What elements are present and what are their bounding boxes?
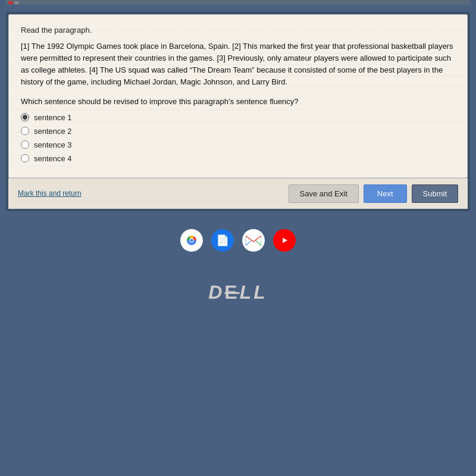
svg-point-4 (190, 239, 193, 242)
quiz-card: Read the paragraph. [1] The 1992 Olympic… (8, 14, 468, 178)
files-icon[interactable]: 📄 (211, 229, 234, 252)
dell-logo: DELL (208, 281, 268, 303)
option-label-4[interactable]: sentence 4 (34, 154, 72, 163)
radio-option-4[interactable] (21, 154, 29, 162)
action-buttons: Save and Exit Next Submit (289, 184, 458, 203)
option-label-2[interactable]: sentence 2 (34, 127, 72, 136)
paragraph-text: [1] The 1992 Olympic Games took place in… (21, 40, 455, 89)
top-bar-dot-gray (14, 1, 19, 4)
radio-option-2[interactable] (21, 127, 29, 135)
option-item-2[interactable]: sentence 2 (21, 127, 455, 136)
gmail-icon[interactable] (242, 229, 265, 252)
radio-option-3[interactable] (21, 140, 29, 149)
taskbar: 📄 (180, 229, 296, 252)
options-list: sentence 1 sentence 2 sentence 3 sentenc… (21, 113, 455, 163)
radio-option-1[interactable] (21, 113, 29, 121)
save-exit-button[interactable]: Save and Exit (289, 184, 359, 203)
dell-x: E (224, 281, 239, 303)
top-bar-dot-red (8, 1, 13, 4)
next-button[interactable]: Next (364, 184, 407, 203)
submit-button[interactable]: Submit (412, 184, 458, 203)
question-text: Which sentence should be revised to impr… (21, 97, 455, 106)
screen-area: Read the paragraph. [1] The 1992 Olympic… (6, 12, 470, 211)
option-label-1[interactable]: sentence 1 (34, 113, 72, 122)
option-item-3[interactable]: sentence 3 (21, 140, 455, 149)
option-label-3[interactable]: sentence 3 (34, 140, 72, 149)
top-bar (6, 0, 470, 5)
option-item-4[interactable]: sentence 4 (21, 154, 455, 163)
dell-logo-area: DELL (208, 281, 268, 303)
chrome-icon[interactable] (180, 229, 203, 252)
mark-return-button[interactable]: Mark this and return (18, 189, 82, 198)
youtube-icon[interactable] (273, 229, 296, 252)
read-instruction: Read the paragraph. (21, 26, 455, 35)
action-bar: Mark this and return Save and Exit Next … (8, 178, 468, 209)
option-item-1[interactable]: sentence 1 (21, 113, 455, 122)
